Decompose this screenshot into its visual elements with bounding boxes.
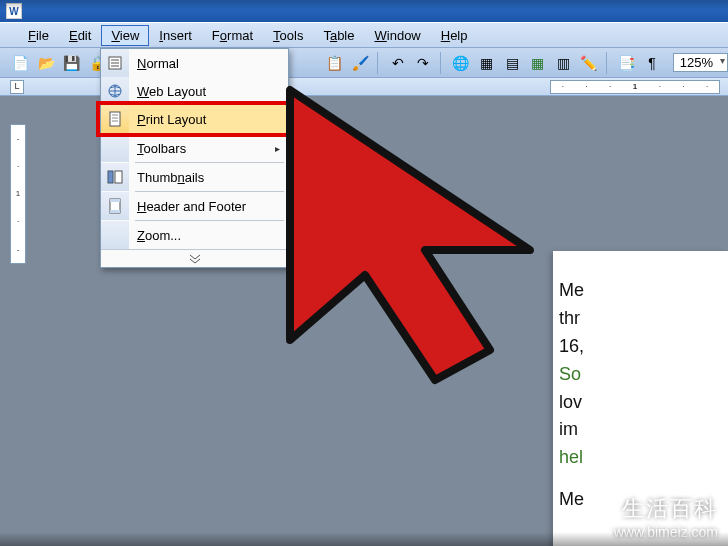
watermark-text: 生活百科 [614, 494, 718, 524]
word-app-icon: W [6, 3, 22, 19]
svg-rect-10 [115, 171, 122, 183]
menuitem-print-layout[interactable]: Print Layout [101, 105, 288, 133]
window-titlebar: W [0, 0, 728, 22]
undo-icon[interactable]: ↶ [387, 52, 409, 74]
chevron-down-icon [189, 254, 201, 264]
menu-format[interactable]: Format [202, 25, 263, 46]
menuitem-zoom[interactable]: Zoom... [101, 221, 288, 249]
doc-text-line: lov [559, 389, 728, 417]
separator [377, 52, 381, 74]
separator [606, 52, 610, 74]
open-icon[interactable]: 📂 [36, 52, 58, 74]
view-dropdown-menu: Normal Web Layout Print Layout Toolbars … [100, 48, 289, 268]
svg-rect-5 [110, 112, 120, 126]
menuitem-header-footer[interactable]: Header and Footer [101, 192, 288, 220]
header-footer-icon [107, 198, 123, 214]
normal-view-icon [107, 55, 123, 71]
save-icon[interactable]: 💾 [61, 52, 83, 74]
menuitem-toolbars[interactable]: Toolbars ▸ [101, 134, 288, 162]
insert-table-icon[interactable]: ▤ [501, 52, 523, 74]
horizontal-ruler-fragment[interactable]: ···1··· [550, 80, 720, 94]
zoom-dropdown[interactable]: 125% [673, 53, 728, 72]
menu-view[interactable]: View [101, 25, 149, 46]
svg-rect-12 [110, 199, 120, 202]
menu-expand-chevron[interactable] [101, 249, 288, 267]
menu-tools[interactable]: Tools [263, 25, 313, 46]
hyperlink-icon[interactable]: 🌐 [450, 52, 472, 74]
doc-text-line: thr [559, 305, 728, 333]
doc-text-line: im [559, 416, 728, 444]
svg-rect-13 [110, 210, 120, 213]
excel-icon[interactable]: ▦ [527, 52, 549, 74]
menuitem-normal[interactable]: Normal [101, 49, 288, 77]
submenu-arrow-icon: ▸ [275, 143, 280, 154]
new-doc-icon[interactable]: 📄 [10, 52, 32, 74]
print-layout-icon [107, 111, 123, 127]
menu-help[interactable]: Help [431, 25, 478, 46]
web-layout-icon [107, 83, 123, 99]
columns-icon[interactable]: ▥ [553, 52, 575, 74]
doc-map-icon[interactable]: 📑 [616, 52, 638, 74]
doc-text-line: So [559, 361, 728, 389]
doc-text-line: 16, [559, 333, 728, 361]
menu-table[interactable]: Table [313, 25, 364, 46]
tables-borders-icon[interactable]: ▦ [476, 52, 498, 74]
drawing-icon[interactable]: ✏️ [578, 52, 600, 74]
menu-edit[interactable]: Edit [59, 25, 101, 46]
svg-rect-9 [108, 171, 113, 183]
watermark-url: www.bimeiz.com [614, 524, 718, 540]
redo-icon[interactable]: ↷ [413, 52, 435, 74]
doc-text-line: Me [559, 277, 728, 305]
menu-window[interactable]: Window [365, 25, 431, 46]
watermark: 生活百科 www.bimeiz.com [614, 494, 718, 540]
doc-text-line: hel [559, 444, 728, 472]
paste-icon[interactable]: 📋 [324, 52, 346, 74]
thumbnails-icon [107, 169, 123, 185]
menuitem-thumbnails[interactable]: Thumbnails [101, 163, 288, 191]
format-painter-icon[interactable]: 🖌️ [350, 52, 372, 74]
menu-file[interactable]: FFileile [18, 25, 59, 46]
show-paragraph-icon[interactable]: ¶ [641, 52, 663, 74]
menuitem-web-layout[interactable]: Web Layout [101, 77, 288, 105]
tab-selector[interactable]: L [10, 80, 24, 94]
menu-insert[interactable]: Insert [149, 25, 202, 46]
menubar: FFileile Edit View Insert Format Tools T… [0, 22, 728, 48]
vertical-ruler[interactable]: -·1·- [10, 124, 26, 264]
separator [440, 52, 444, 74]
